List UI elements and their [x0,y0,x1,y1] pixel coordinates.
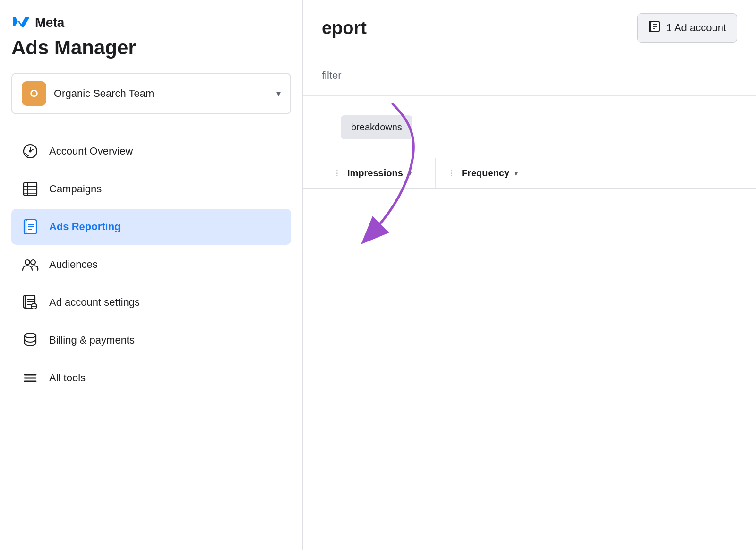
ad-account-button[interactable]: 1 Ad account [637,13,737,43]
drag-handle-icon: ⋮ [333,169,341,178]
all-tools-icon [21,369,40,387]
svg-point-12 [25,260,30,265]
report-title: eport [322,18,367,38]
app-title: Ads Manager [11,36,291,60]
avatar: O [22,81,46,106]
meta-logo: Meta [11,15,291,30]
filter-button[interactable]: filter [322,66,342,86]
drag-handle-icon: ⋮ [447,169,455,178]
audiences-icon [21,255,40,274]
sidebar-item-label: Audiences [49,258,98,271]
svg-point-22 [25,333,36,338]
sidebar-item-all-tools[interactable]: All tools [11,360,291,396]
sidebar-item-label: Ad account settings [49,296,140,309]
meta-wordmark: Meta [35,15,64,30]
sidebar-item-audiences[interactable]: Audiences [11,247,291,283]
sidebar-item-label: Campaigns [49,183,102,195]
svg-point-1 [29,150,32,153]
sidebar-item-billing-payments[interactable]: Billing & payments [11,322,291,358]
meta-logo-icon [11,16,31,29]
billing-icon [21,331,40,350]
chevron-down-icon: ▾ [514,169,518,178]
table-data-area [303,189,756,550]
settings-icon [21,293,40,312]
sidebar-item-label: Billing & payments [49,334,135,346]
chevron-down-icon: ▾ [276,88,281,99]
sidebar-item-label: Ads Reporting [49,221,121,233]
main-header: eport 1 Ad account [303,0,756,56]
impressions-label: Impressions [347,168,403,179]
account-selector[interactable]: O Organic Search Team ▾ [11,73,291,114]
dashboard-icon [21,142,40,161]
frequency-label: Frequency [462,168,509,179]
table-header: ⋮ Impressions ▾ ⋮ Frequency ▾ [303,158,756,189]
sidebar-item-ad-account-settings[interactable]: Ad account settings [11,284,291,320]
sidebar-item-account-overview[interactable]: Account Overview [11,133,291,169]
frequency-column-header[interactable]: ⋮ Frequency ▾ [435,158,549,188]
ad-account-label: 1 Ad account [666,22,726,34]
sidebar-item-campaigns[interactable]: Campaigns [11,171,291,207]
chevron-down-icon: ▾ [408,169,412,178]
impressions-column-header[interactable]: ⋮ Impressions ▾ [322,158,435,188]
svg-point-13 [31,260,35,265]
ads-reporting-icon [21,217,40,236]
sidebar-item-label: All tools [49,372,86,384]
sidebar-item-ads-reporting[interactable]: Ads Reporting [11,209,291,245]
toolbar: filter [303,56,756,95]
campaigns-icon [21,180,40,198]
sidebar: Meta Ads Manager O Organic Search Team ▾… [0,0,302,550]
main-panel: eport 1 Ad account filter breakdowns [302,0,756,550]
sidebar-item-label: Account Overview [49,145,133,157]
breakdowns-section: breakdowns [303,96,756,158]
svg-rect-2 [24,182,37,196]
nav-list: Account Overview Campaigns [11,133,291,396]
breakdowns-button[interactable]: breakdowns [341,115,412,139]
account-name: Organic Search Team [54,87,269,100]
ad-account-icon [648,20,661,35]
